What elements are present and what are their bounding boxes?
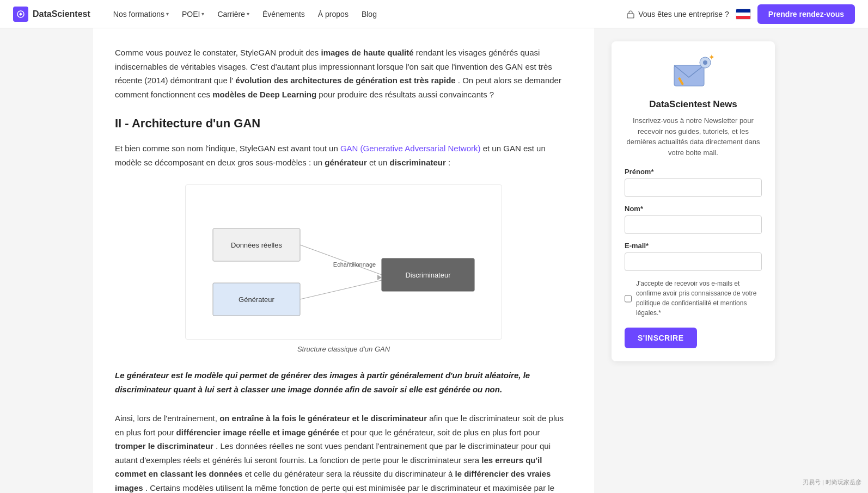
language-flag[interactable] [736,9,751,20]
consent-group: J'accepte de recevoir vos e-mails et con… [625,279,762,318]
prenom-input[interactable] [625,178,762,197]
chevron-down-icon: ▾ [201,11,204,17]
logo-text: DataScientest [33,9,90,19]
gan-link[interactable]: GAN (Generative Adversarial Network) [340,144,481,153]
nom-input[interactable] [625,215,762,234]
svg-line-7 [300,280,382,299]
nav-right: Vous êtes une entreprise ? Prendre rende… [626,4,855,24]
svg-line-6 [300,245,382,275]
rdv-button[interactable]: Prendre rendez-vous [757,4,855,24]
nom-label: Nom* [625,205,762,213]
consent-checkbox[interactable] [625,280,632,318]
svg-text:Générateur: Générateur [239,295,274,304]
sidebar: ✦ DataScientest News Inscrivez-vous à no… [612,28,775,493]
diagram-caption: Structure classique d'un GAN [297,345,390,353]
consent-label: J'accepte de recevoir vos e-mails et con… [636,279,762,318]
page-container: Comme vous pouvez le constater, StyleGAN… [80,28,788,493]
prenom-label: Prénom* [625,168,762,176]
svg-text:Echantillonnage: Echantillonnage [333,261,376,268]
section-paragraph-1: Et bien comme son nom l'indique, StyleGA… [115,141,572,169]
watermark: 刃易号 | 时尚玩家岳彦 [803,478,861,486]
logo-icon [13,7,28,22]
svg-marker-9 [377,275,382,280]
nom-group: Nom* [625,205,762,234]
newsletter-card: ✦ DataScientest News Inscrivez-vous à no… [612,41,775,361]
bottom-paragraph: Ainsi, lors de l'entrainement, on entraî… [115,411,572,493]
subscribe-button[interactable]: S'INSCRIRE [625,328,697,348]
nav-item-poei[interactable]: POEI ▾ [176,7,210,22]
intro-paragraph: Comme vous pouvez le constater, StyleGAN… [115,46,572,101]
key-paragraph: Le générateur est le modèle qui permet d… [115,368,572,396]
nav-item-blog[interactable]: Blog [356,7,382,22]
nav-item-carriere[interactable]: Carrière ▾ [212,7,255,22]
newsletter-title: DataScientest News [625,99,762,110]
diagram: Données réelles Générateur Echantillonna… [185,184,502,340]
navigation: DataScientest Nos formations ▾ POEI ▾ Ca… [0,0,868,28]
email-input[interactable] [625,252,762,271]
svg-text:Discriminateur: Discriminateur [405,271,451,279]
nav-item-apropos[interactable]: À propos [313,7,354,22]
email-group: E-mail* [625,242,762,271]
svg-text:Données réelles: Données réelles [231,241,282,249]
newsletter-description: Inscrivez-vous à notre Newsletter pour r… [625,115,762,158]
enterprise-icon [626,10,635,19]
logo[interactable]: DataScientest [13,7,90,22]
enterprise-link[interactable]: Vous êtes une entreprise ? [626,10,729,19]
chevron-down-icon: ▾ [247,11,249,17]
nav-links: Nos formations ▾ POEI ▾ Carrière ▾ Événe… [108,7,626,22]
section-title: II - Architecture d'un GAN [115,116,572,131]
email-label: E-mail* [625,242,762,250]
svg-text:✦: ✦ [708,54,715,61]
diagram-container: Données réelles Générateur Echantillonna… [115,184,572,353]
svg-point-14 [703,60,707,65]
svg-rect-1 [627,14,634,18]
nav-item-formations[interactable]: Nos formations ▾ [108,7,174,22]
main-content: Comme vous pouvez le constater, StyleGAN… [93,28,594,493]
prenom-group: Prénom* [625,168,762,197]
chevron-down-icon: ▾ [166,11,169,17]
newsletter-icon: ✦ [625,54,762,93]
nav-item-evenements[interactable]: Événements [257,7,310,22]
